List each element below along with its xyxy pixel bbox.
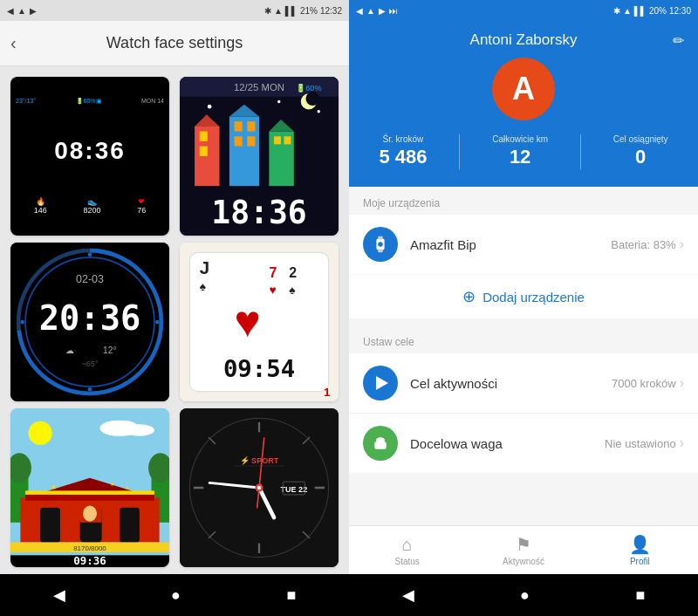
status-right-icons: ✱ ▲ ▌▌ 21% 12:32 [264,6,342,16]
svg-rect-59 [120,508,140,543]
svg-rect-11 [247,121,255,131]
svg-text:7: 7 [269,265,277,280]
svg-text:12/25 MON: 12/25 MON [234,82,284,92]
svg-rect-62 [25,490,154,495]
nav-activity[interactable]: ⚑ Aktywność [465,529,581,572]
back-nav-btn-r[interactable]: ◀ [385,578,432,612]
profile-header-row: Antoni Zaborsky ✏ [363,31,684,49]
svg-text:♠: ♠ [200,280,206,293]
watch-face-card-5[interactable]: ★ ★ ★ 8170/8000 09:36 [10,408,169,567]
watch-face-img-1: 23°/13° 🔋60%▣ MON 14 08:36 🔥146 👟8200 ❤7… [10,77,169,236]
profile-name: Antoni Zaborsky [470,31,578,49]
watch-face-img-6: ⚡ SPORT TUE 22 [180,408,339,567]
goal-weight-name: Docelowa waga [410,436,605,451]
svg-point-51 [125,424,154,436]
watch-face-card-1[interactable]: 23°/13° 🔋60%▣ MON 14 08:36 🔥146 👟8200 ❤7… [10,77,169,236]
back-button[interactable]: ‹ [10,33,17,53]
svg-point-49 [28,421,51,445]
device-amazfit-bip[interactable]: Amazfit Bip Bateria: 83% › [349,215,698,274]
svg-text:♥: ♥ [269,284,276,297]
avatar[interactable]: A [492,58,555,120]
svg-point-36 [20,320,24,325]
stat-km: Całkowicie km 12 [492,134,548,169]
left-panel: ◀ ▲ ▶ ✱ ▲ ▌▌ 21% 12:32 ‹ Watch face sett… [0,0,349,616]
watch-face-card-3[interactable]: 02-03 20:36 ☁ 12° ~65° [10,243,169,401]
goal-activity[interactable]: Cel aktywności 7000 kroków › [349,353,698,414]
app-header-left: ‹ Watch face settings [0,21,349,66]
goal-activity-name: Cel aktywności [410,376,612,391]
stats-row: Śr. kroków 5 486 Całkowicie km 12 Cel os… [363,134,684,169]
home-nav-icon: ⌂ [402,535,413,555]
svg-point-18 [208,105,212,109]
add-device-row[interactable]: ⊕ Dodaj urządzenie [349,275,698,318]
bottom-nav: ⌂ Status ⚑ Aktywność 👤 Profil [349,525,698,574]
stat-goal-label: Cel osiągnięty [613,134,668,144]
goal-weight-text: Docelowa waga [410,436,605,451]
home-nav-btn[interactable]: ● [154,579,198,612]
stat-steps-value: 5 486 [379,146,427,168]
svg-point-64 [83,505,97,521]
section-devices-label: Moje urządzenia [349,187,698,215]
watch-face-card-4[interactable]: J ♠ ♥ 7 ♥ 2 ♠ 09:54 1 [180,243,339,401]
svg-rect-17 [284,136,291,144]
watch-face-card-6[interactable]: ⚡ SPORT TUE 22 [180,408,339,567]
add-device-label: Dodaj urządzenie [482,290,585,305]
stat-steps: Śr. kroków 5 486 [379,134,427,169]
flag-nav-icon: ⚑ [516,534,531,555]
nav-profile-label: Profil [630,557,650,566]
svg-point-20 [318,110,320,113]
svg-text:12°: 12° [103,346,116,355]
edit-profile-icon[interactable]: ✏ [673,32,684,49]
stat-divider-1 [459,134,460,169]
device-text: Amazfit Bip [410,237,611,252]
device-name: Amazfit Bip [410,237,611,252]
nav-bar-right: ◀ ● ■ [349,574,698,616]
watch-icon [371,235,390,254]
svg-rect-7 [200,147,208,156]
wf1-top-bar: 23°/13° 🔋60%▣ MON 14 [16,98,164,105]
svg-rect-93 [378,236,383,240]
svg-text:★: ★ [110,482,114,487]
recent-nav-btn-r[interactable]: ■ [618,579,662,612]
home-nav-btn-r[interactable]: ● [503,579,547,612]
stat-divider-2 [580,134,581,169]
battery-right: 20% [649,6,667,16]
device-icon [363,227,398,262]
time-right: 12:30 [669,6,691,16]
right-panel: ◀ ▲ ▶ ⏭ ✱ ▲ ▌▌ 20% 12:30 Antoni Zaborsky… [349,0,698,616]
goal-weight[interactable]: Docelowa waga Nie ustawiono › [349,414,698,473]
svg-text:☁: ☁ [65,346,74,355]
stat-km-label: Całkowicie km [492,134,548,144]
stat-steps-label: Śr. kroków [383,134,424,144]
profile-nav-icon: 👤 [629,534,651,555]
status-left-icons: ◀ ▲ ▶ [7,6,37,16]
svg-point-33 [88,252,92,257]
svg-point-95 [378,242,383,247]
goals-card: Cel aktywności 7000 kroków › Docelowa wa… [349,353,698,473]
devices-card: Amazfit Bip Bateria: 83% › [349,215,698,274]
watch-face-card-2[interactable]: 12/25 MON 🔋60% [180,77,339,236]
section-goals-label: Ustaw cele [349,325,698,353]
nav-profile[interactable]: 👤 Profil [582,529,698,572]
page-title: Watch face settings [106,34,243,52]
back-status-icon-r: ◀ [356,6,363,16]
play-icon [376,376,388,390]
stat-goal-value: 0 [635,146,646,168]
svg-text:J: J [200,257,209,277]
youtube-icon: ▶ [30,6,37,16]
goal-weight-icon [363,426,398,461]
svg-rect-13 [247,136,255,146]
svg-point-34 [155,320,160,325]
svg-rect-94 [378,250,383,253]
status-right-left-icons: ◀ ▲ ▶ ⏭ [356,6,398,16]
goal-activity-value: 7000 kroków › [612,375,684,391]
svg-text:20:36: 20:36 [39,298,140,338]
watch-face-img-5: ★ ★ ★ 8170/8000 09:36 [10,408,169,567]
recent-nav-btn[interactable]: ■ [269,579,313,612]
back-nav-btn[interactable]: ◀ [36,578,83,612]
add-circle-icon: ⊕ [462,287,476,306]
signal-icon-r: ▌▌ [634,6,647,16]
nav-status[interactable]: ⌂ Status [349,530,465,572]
svg-text:8170/8000: 8170/8000 [73,544,106,552]
svg-text:18:36: 18:36 [211,194,307,231]
